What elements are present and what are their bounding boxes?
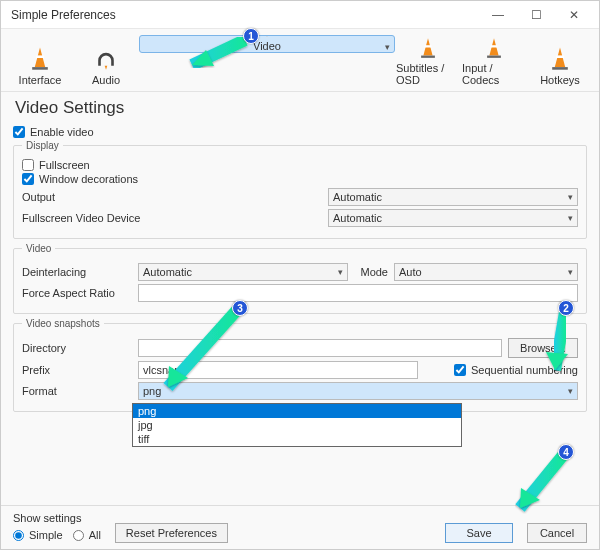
tab-audio[interactable]: Audio — [73, 35, 139, 91]
tab-label: Subtitles / OSD — [396, 62, 460, 86]
save-button[interactable]: Save — [445, 523, 513, 543]
cone-icon — [547, 45, 573, 71]
display-group: Display Fullscreen Window decorations Ou… — [13, 140, 587, 239]
minimize-button[interactable]: — — [479, 5, 517, 25]
snapshots-group: Video snapshots Directory Browse... Pref… — [13, 318, 587, 412]
svg-rect-8 — [421, 56, 435, 58]
radio-simple[interactable]: Simple — [13, 529, 63, 541]
mode-select[interactable]: Auto — [394, 263, 578, 281]
cone-icon — [27, 45, 53, 71]
format-dropdown[interactable]: png jpg tiff — [132, 403, 462, 447]
cone-icon — [254, 36, 280, 37]
browse-button[interactable]: Browse... — [508, 338, 578, 358]
directory-input[interactable] — [138, 339, 502, 357]
tab-label: Input / Codecs — [462, 62, 526, 86]
checkbox-label: Enable video — [30, 126, 94, 138]
tab-video[interactable]: Video — [139, 35, 395, 53]
svg-rect-11 — [487, 56, 501, 58]
svg-rect-14 — [552, 67, 568, 70]
aspectratio-input[interactable] — [138, 284, 578, 302]
svg-rect-15 — [556, 55, 564, 58]
prefix-input[interactable] — [138, 361, 418, 379]
show-settings-label: Show settings — [13, 512, 101, 524]
maximize-button[interactable]: ☐ — [517, 5, 555, 25]
cone-icon — [481, 36, 507, 59]
footer-bar: Show settings Simple All Reset Preferenc… — [1, 505, 599, 549]
svg-marker-3 — [105, 66, 108, 70]
format-option-jpg[interactable]: jpg — [133, 418, 461, 432]
group-legend: Video snapshots — [22, 318, 104, 329]
checkbox-label: Fullscreen — [39, 159, 90, 171]
output-label: Output — [22, 191, 132, 203]
tab-label: Audio — [92, 74, 120, 86]
tab-subtitles[interactable]: Subtitles / OSD — [395, 35, 461, 91]
headphones-icon — [93, 45, 119, 71]
directory-label: Directory — [22, 342, 132, 354]
video-group: Video Deinterlacing Automatic Mode Auto … — [13, 243, 587, 314]
fullscreen-checkbox[interactable]: Fullscreen — [22, 159, 578, 171]
checkbox-icon[interactable] — [13, 126, 25, 138]
tab-hotkeys[interactable]: Hotkeys — [527, 35, 593, 91]
group-legend: Display — [22, 140, 63, 151]
format-option-png[interactable]: png — [133, 404, 461, 418]
tab-label: Video — [253, 40, 281, 52]
reset-preferences-button[interactable]: Reset Preferences — [115, 523, 228, 543]
svg-rect-12 — [491, 45, 498, 47]
checkbox-icon[interactable] — [22, 159, 34, 171]
deinterlacing-select[interactable]: Automatic — [138, 263, 348, 281]
aspectratio-label: Force Aspect Ratio — [22, 287, 132, 299]
titlebar: Simple Preferences — ☐ ✕ — [1, 1, 599, 29]
checkbox-icon[interactable] — [22, 173, 34, 185]
format-select[interactable]: png — [138, 382, 578, 400]
cancel-button[interactable]: Cancel — [527, 523, 587, 543]
svg-rect-1 — [32, 67, 48, 70]
window-title: Simple Preferences — [7, 8, 479, 22]
svg-rect-2 — [36, 55, 44, 58]
format-label: Format — [22, 385, 132, 397]
radio-all[interactable]: All — [73, 529, 101, 541]
format-option-tiff[interactable]: tiff — [133, 432, 461, 446]
windowdecorations-checkbox[interactable]: Window decorations — [22, 173, 578, 185]
group-legend: Video — [22, 243, 55, 254]
tab-label: Hotkeys — [540, 74, 580, 86]
mode-label: Mode — [354, 266, 388, 278]
checkbox-icon[interactable] — [454, 364, 466, 376]
cone-icon — [415, 36, 441, 59]
page-title: Video Settings — [1, 92, 599, 120]
fsdevice-label: Fullscreen Video Device — [22, 212, 182, 224]
prefix-label: Prefix — [22, 364, 132, 376]
category-tabs: Interface Audio Video Subtitles / OSD In… — [1, 29, 599, 92]
checkbox-label: Sequential numbering — [471, 364, 578, 376]
tab-label: Interface — [19, 74, 62, 86]
output-select[interactable]: Automatic — [328, 188, 578, 206]
sequential-checkbox[interactable]: Sequential numbering — [424, 364, 578, 376]
deinterlacing-label: Deinterlacing — [22, 266, 132, 278]
tab-input-codecs[interactable]: Input / Codecs — [461, 35, 527, 91]
tab-interface[interactable]: Interface — [7, 35, 73, 91]
close-button[interactable]: ✕ — [555, 5, 593, 25]
svg-rect-9 — [425, 45, 432, 47]
checkbox-label: Window decorations — [39, 173, 138, 185]
fsdevice-select[interactable]: Automatic — [328, 209, 578, 227]
enable-video-checkbox[interactable]: Enable video — [13, 126, 587, 138]
